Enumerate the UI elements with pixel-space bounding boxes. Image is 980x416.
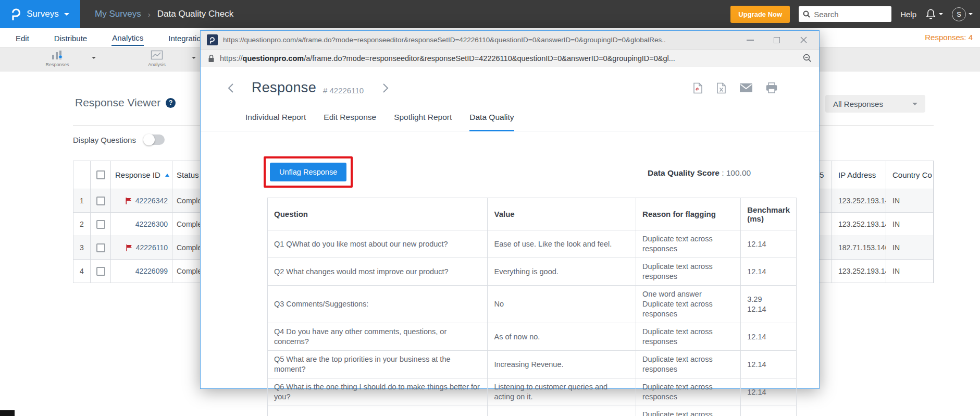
export-excel-icon[interactable] xyxy=(716,82,726,94)
table-row[interactable]: 3 42226110 Comple xyxy=(73,236,220,260)
ip-address-cell: 123.252.193.148 xyxy=(832,213,886,236)
window-titlebar[interactable]: https://questionpro.com/a/frame.do?mode=… xyxy=(201,31,819,50)
reason-cell: Duplicate text across responses xyxy=(636,406,741,416)
survey-tab[interactable]: Edit xyxy=(15,30,30,45)
search-input[interactable] xyxy=(814,10,876,19)
analysis-tool-button[interactable]: Analysis xyxy=(128,50,185,67)
global-search[interactable] xyxy=(799,6,891,22)
response-detail-tab[interactable]: Edit Response xyxy=(324,113,376,131)
annotation-highlight-box: Unflag Response xyxy=(264,156,353,188)
responses-table-right-body: 123.252.193.148 IN 123.252.193.148 IN 18… xyxy=(815,189,934,283)
ip-address-cell: 182.71.153.146 xyxy=(832,236,886,260)
survey-tab[interactable]: Analytics xyxy=(111,29,144,46)
responses-table-right: 5 IP Address Country Co 123.252.193.148 … xyxy=(815,161,934,283)
upgrade-now-button[interactable]: Upgrade Now xyxy=(730,6,790,23)
response-nav: Response # 42226110 xyxy=(226,80,777,96)
window-title-url: https://questionpro.com/a/frame.do?mode=… xyxy=(223,36,734,44)
surveys-label: Surveys xyxy=(27,9,58,19)
question-cell: Q5 What are the top priorities in your b… xyxy=(268,351,488,378)
response-title: Response xyxy=(252,80,316,96)
row-number: 4 xyxy=(73,260,91,283)
row-number: 3 xyxy=(73,236,91,260)
zoom-out-icon[interactable] xyxy=(803,54,812,63)
previous-response-button[interactable] xyxy=(226,81,236,95)
table-row[interactable]: 123.252.193.148 IN xyxy=(815,213,934,236)
breadcrumb-my-surveys[interactable]: My Surveys xyxy=(95,9,141,19)
response-detail-tab[interactable]: Individual Report xyxy=(245,113,306,131)
responses-table-body: 1 42226342 Comple 2 42226300 Comple 3 xyxy=(73,189,220,283)
address-bar[interactable]: https://questionpro.com/a/frame.do?mode=… xyxy=(201,50,819,67)
benchmark-cell: 12.14 xyxy=(741,378,797,406)
benchmark-cell: 3.2912.14 xyxy=(741,286,797,323)
response-detail-tab[interactable]: Spotlight Report xyxy=(394,113,452,131)
table-row[interactable]: 123.252.193.148 IN xyxy=(815,260,934,283)
analysis-chart-icon xyxy=(151,50,163,60)
responses-tool-label: Responses xyxy=(45,62,69,67)
table-row[interactable]: 123.252.193.148 IN xyxy=(815,189,934,213)
table-row[interactable]: 1 42226342 Comple xyxy=(73,189,220,213)
top-navbar: Surveys My Surveys › Data Quality Check … xyxy=(0,0,980,28)
response-id-cell: 42226110 xyxy=(111,236,172,260)
responses-table-right-header: 5 IP Address Country Co xyxy=(815,161,934,189)
country-code-cell: IN xyxy=(886,260,934,283)
next-response-button[interactable] xyxy=(380,81,391,95)
reason-cell: Duplicate text across responses xyxy=(636,351,741,378)
response-detail-tab[interactable]: Data Quality xyxy=(469,113,514,131)
response-id-link[interactable]: 42226300 xyxy=(135,220,168,228)
print-icon[interactable] xyxy=(766,82,777,93)
chevron-down-icon[interactable] xyxy=(192,57,196,61)
quality-table-row: Q3 Comments/Suggestions: No One word ans… xyxy=(268,286,797,323)
help-link[interactable]: Help xyxy=(900,10,916,19)
email-icon[interactable] xyxy=(740,83,752,92)
bell-icon xyxy=(925,8,936,20)
notifications-button[interactable] xyxy=(925,8,943,20)
unflag-response-button[interactable]: Unflag Response xyxy=(270,163,346,181)
ip-address-header[interactable]: IP Address xyxy=(832,161,886,189)
chevron-down-icon xyxy=(969,13,973,17)
quality-table-header-row: Question Value Reason for flagging Bench… xyxy=(268,198,797,230)
response-editor-content: Response # 42226110 Individua xyxy=(201,67,819,388)
responses-filter-value: All Responses xyxy=(833,100,883,108)
response-id-header-label: Response ID xyxy=(115,170,160,179)
page-title: Response Viewer ? xyxy=(75,96,176,109)
account-menu[interactable]: S xyxy=(952,7,973,21)
survey-tab[interactable]: Distribute xyxy=(54,30,88,45)
response-id-link[interactable]: 42226342 xyxy=(135,197,168,205)
page-title-text: Response Viewer xyxy=(75,96,160,109)
maximize-button[interactable] xyxy=(773,36,781,44)
row-checkbox[interactable] xyxy=(96,267,105,276)
quality-table-row: Q2 What changes would most improve our p… xyxy=(268,258,797,286)
response-detail-tabs: Individual Report Edit Response Spotligh… xyxy=(201,113,819,131)
responses-chart-icon xyxy=(51,50,64,60)
close-icon[interactable] xyxy=(799,36,808,44)
url-path: /a/frame.do?mode=responseeditor&response… xyxy=(304,54,675,63)
breadcrumb: My Surveys › Data Quality Check xyxy=(95,9,233,19)
response-id-cell: 42226099 xyxy=(111,260,172,283)
response-id-label: # 42226110 xyxy=(323,86,364,95)
table-row[interactable]: 4 42226099 Comple xyxy=(73,260,220,283)
row-checkbox[interactable] xyxy=(96,243,105,252)
chevron-down-icon[interactable] xyxy=(92,57,96,61)
table-row[interactable]: 2 42226300 Comple xyxy=(73,213,220,236)
table-row[interactable]: 182.71.153.146 IN xyxy=(815,236,934,260)
surveys-menu[interactable]: Surveys xyxy=(0,0,80,28)
responses-filter-dropdown[interactable]: All Responses xyxy=(825,95,925,113)
row-checkbox[interactable] xyxy=(96,197,105,205)
display-questions-toggle[interactable] xyxy=(144,134,165,145)
url-scheme: https:// xyxy=(220,54,243,63)
minimize-button[interactable] xyxy=(746,36,754,44)
country-code-header[interactable]: Country Co xyxy=(886,161,934,189)
response-id-header[interactable]: Response ID xyxy=(111,161,172,189)
help-icon[interactable]: ? xyxy=(166,98,176,108)
export-pdf-icon[interactable] xyxy=(693,82,703,94)
response-id-link[interactable]: 42226110 xyxy=(136,243,168,252)
lock-icon xyxy=(208,54,215,63)
benchmark-cell: 12.14 xyxy=(741,258,797,286)
response-id-link[interactable]: 42226099 xyxy=(135,267,168,275)
select-all-checkbox[interactable] xyxy=(96,170,105,179)
responses-count: Responses: 4 xyxy=(925,33,973,42)
export-actions xyxy=(693,82,777,94)
responses-tool-button[interactable]: Responses xyxy=(29,50,86,67)
row-checkbox[interactable] xyxy=(96,220,105,229)
reason-cell: Duplicate text across responses xyxy=(636,258,741,286)
